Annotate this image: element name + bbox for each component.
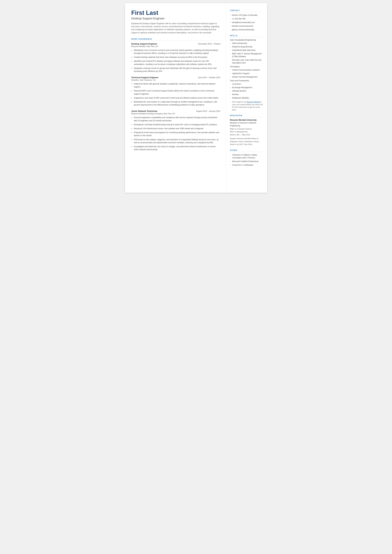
contact-item-0: Denver, OH (Open to Remote) [230, 14, 263, 17]
candidate-name: First Last [131, 9, 220, 16]
skill-item-0-4: Recruiter note: enter skills from job de… [230, 59, 263, 64]
work-title-0: Desktop Support Engineer [131, 43, 157, 45]
work-company-1: Growthsi, San Francisco, CA [131, 79, 220, 81]
work-entry-0: Desktop Support EngineerNovember 2015 – … [131, 43, 220, 73]
job-title: Desktop Support Engineer [131, 17, 220, 20]
work-entry-header-0: Desktop Support EngineerNovember 2015 – … [131, 43, 220, 45]
contact-list: Denver, OH (Open to Remote)+1-234-456-78… [230, 14, 263, 31]
work-title-2: Junior Network Technician [131, 110, 157, 112]
bullet-1-3: Maintained the case tracker on a daily b… [131, 100, 220, 106]
other-header: OTHER [230, 149, 263, 152]
bullet-2-3: Prepared 6-month tests and programs for … [131, 131, 220, 137]
work-entry-1: Technical Support EngineerJune 2014 – Oc… [131, 76, 220, 106]
contact-item-2: email@resumeworded.com [230, 21, 263, 24]
work-title-1: Technical Support Engineer [131, 76, 159, 79]
skill-item-0-2: SolarWinds Web Help Desk [230, 49, 263, 52]
education-header: EDUCATION [230, 114, 263, 117]
bullet-2-5: Investigated and tested the root cause o… [131, 145, 220, 151]
skills-note: Don't forget to use Resume Worded to sca… [230, 101, 263, 111]
other-list: Volunteer in Children's Safety Associati… [230, 154, 263, 167]
bullet-0-1: Created training materials that boost ne… [131, 56, 220, 59]
skills-list-0: Slack (Advanced)NinjaOne (Experienced)So… [230, 42, 263, 64]
skill-item-2-3: McAfee [230, 93, 263, 96]
skill-item-1-2: System Security Management [230, 76, 263, 78]
resume-page: First Last Desktop Support Engineer Expe… [125, 3, 267, 193]
bullet-0-2: identified and resolved PC desktop and l… [131, 60, 220, 66]
work-dates-2: August 2019 – January 2014 [196, 110, 220, 112]
skill-item-1-1: Applications Support [230, 72, 263, 75]
skills-list-2: Linux/UnixExchange ManagementUltimate Bo… [230, 83, 263, 99]
work-entry-header-2: Junior Network TechnicianAugust 2019 – J… [131, 110, 220, 112]
skill-item-2-1: Exchange Management [230, 86, 263, 89]
work-entries-container: Desktop Support EngineerNovember 2015 – … [131, 43, 220, 151]
edu-school-0: Resume Worded University [230, 119, 263, 121]
contact-item-3: linkedin.com/in/username [230, 25, 263, 28]
skills-category-1: Techniques: [230, 66, 263, 68]
skill-item-1-0: Virtual Communications Systems [230, 69, 263, 71]
bullet-2-2: Resolved LAN infrastructure issues, and … [131, 127, 220, 130]
resume-worded-link[interactable]: Resume Worded [247, 101, 260, 103]
contact-section: CONTACT Denver, OH (Open to Remote)+1-23… [230, 9, 263, 31]
work-dates-0: November 2015 – Present [198, 43, 220, 45]
work-bullets-2: Ensured equipment compatibility and comp… [131, 116, 220, 151]
skills-category-2: Tools and Frameworks: [230, 80, 263, 82]
edu-degree-0: Bachelor of Science in Network Engineeri… [230, 121, 263, 127]
edu-awards-0: Awards: Resume Worded Fellow of Engineer… [230, 137, 263, 146]
edu-details-0: Major in Computer Science Minor in Manag… [230, 127, 263, 136]
skills-list-1: Virtual Communications SystemsApplicatio… [230, 69, 263, 78]
right-column: CONTACT Denver, OH (Open to Remote)+1-23… [226, 3, 267, 193]
skills-container: Data Visualization/Engineering:Slack (Ad… [230, 39, 263, 111]
skill-item-2-0: Linux/Unix [230, 83, 263, 85]
work-entry-2: Junior Network TechnicianAugust 2019 – J… [131, 110, 220, 151]
bullet-2-1: Developed a self-help troubleshooting ma… [131, 123, 220, 126]
contact-item-4: github.com/resumeworded [230, 28, 263, 31]
bullet-1-2: Supported a user base of 400+ personnel … [131, 97, 220, 99]
summary-text: Experienced Desktop Support Engineer wit… [131, 22, 220, 34]
left-column: First Last Desktop Support Engineer Expe… [125, 3, 226, 193]
skill-item-0-3: BMC Helix IT Service Management (ITSM) S… [230, 52, 263, 58]
other-item-1: Microsoft Certified Professional [230, 160, 263, 163]
work-experience-header: WORK EXPERIENCE [131, 38, 220, 41]
work-bullets-0: Maintained a list of common concerns and… [131, 49, 220, 73]
other-section: OTHER Volunteer in Children's Safety Ass… [230, 149, 263, 167]
skills-header: SKILLS [230, 35, 263, 37]
work-dates-1: June 2014 – October 2015 [198, 77, 220, 79]
work-company-0: Resume Worded, New York, NY [131, 45, 220, 48]
skill-item-0-0: Slack (Advanced) [230, 42, 263, 45]
skills-category-0: Data Visualization/Engineering: [230, 39, 263, 41]
bullet-0-0: Maintained a list of common concerns and… [131, 49, 220, 55]
work-entry-header-1: Technical Support EngineerJune 2014 – Oc… [131, 76, 220, 79]
bullet-2-4: Performed on-site analysis, diagnosis, a… [131, 138, 220, 144]
education-section: EDUCATION Resume Worded UniversityBachel… [230, 114, 263, 146]
bullet-1-0: Helped 50 clients with general hardware,… [131, 83, 220, 88]
bullet-2-0: Ensured equipment compatibility and comp… [131, 116, 220, 122]
education-container: Resume Worded UniversityBachelor of Scie… [230, 119, 263, 146]
work-bullets-1: Helped 50 clients with general hardware,… [131, 83, 220, 106]
skill-item-2-4: Databases (MySQL) [230, 97, 263, 99]
skill-item-2-2: Ultimate BootCD [230, 90, 263, 92]
contact-item-1: +1-234-456-789 [230, 17, 263, 20]
other-item-2: CompTIA A+ Certification [230, 164, 263, 167]
skills-section: SKILLS Data Visualization/Engineering:Sl… [230, 35, 263, 111]
other-item-0: Volunteer in Children's Safety Associati… [230, 154, 263, 159]
bullet-1-1: Resolved 90% Level 2 technical support t… [131, 89, 220, 95]
work-company-2: Resume Worded's Exciting Company, New Yo… [131, 112, 220, 115]
contact-header: CONTACT [230, 9, 263, 12]
bullet-0-3: Designed a training course for groups an… [131, 67, 220, 73]
skill-item-0-1: NinjaOne (Experienced) [230, 45, 263, 48]
edu-entry-0: Resume Worded UniversityBachelor of Scie… [230, 119, 263, 146]
